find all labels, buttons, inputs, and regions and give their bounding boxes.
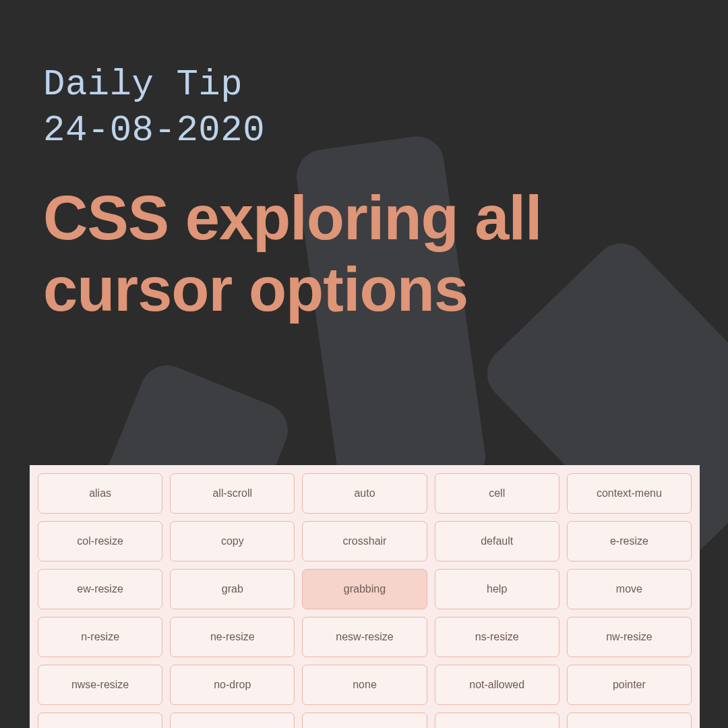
cursor-tile-nwse-resize[interactable]: nwse-resize <box>38 665 162 705</box>
cursor-tile-context-menu[interactable]: context-menu <box>567 473 692 514</box>
cursor-tile-label: alias <box>89 487 111 499</box>
cursor-tile-alias[interactable]: alias <box>38 473 162 514</box>
cursor-tile-copy[interactable]: copy <box>170 521 295 562</box>
cursor-tile-help[interactable]: help <box>435 569 559 609</box>
cursor-grid-panel: aliasall-scrollautocellcontext-menucol-r… <box>30 465 700 728</box>
cursor-tile-label: context-menu <box>597 487 662 499</box>
cursor-tile-row-resize[interactable]: row-resize <box>170 712 295 728</box>
cursor-tile-label: grab <box>222 583 243 595</box>
cursor-tile-label: all-scroll <box>212 487 252 499</box>
kicker: Daily Tip 24-08-2020 <box>43 62 685 153</box>
cursor-tile-label: nw-resize <box>606 631 652 643</box>
cursor-tile-ne-resize[interactable]: ne-resize <box>170 617 295 657</box>
cursor-tile-label: not-allowed <box>469 679 524 691</box>
cursor-tile-default[interactable]: default <box>435 521 559 562</box>
cursor-tile-label: no-drop <box>214 679 251 691</box>
kicker-line2: 24-08-2020 <box>43 110 265 151</box>
cursor-tile-label: col-resize <box>77 535 123 547</box>
cursor-tile-not-allowed[interactable]: not-allowed <box>435 665 559 705</box>
cursor-tile-label: copy <box>221 535 244 547</box>
cursor-tile-label: ns-resize <box>475 631 519 643</box>
cursor-tile-ns-resize[interactable]: ns-resize <box>435 617 559 657</box>
cursor-tile-label: nwse-resize <box>71 679 129 691</box>
cursor-tile-label: n-resize <box>81 631 119 643</box>
cursor-tile-move[interactable]: move <box>567 569 692 609</box>
cursor-tile-label: move <box>616 583 642 595</box>
cursor-tile-label: pointer <box>613 679 646 691</box>
cursor-tile-nesw-resize[interactable]: nesw-resize <box>302 617 427 657</box>
cursor-tile-label: e-resize <box>610 535 648 547</box>
cursor-tile-crosshair[interactable]: crosshair <box>302 521 427 562</box>
cursor-tile-label: ne-resize <box>210 631 255 643</box>
cursor-tile-label: none <box>353 679 377 691</box>
kicker-line1: Daily Tip <box>43 64 243 105</box>
cursor-tile-no-drop[interactable]: no-drop <box>170 665 295 705</box>
cursor-tile-label: ew-resize <box>77 583 123 595</box>
cursor-tile-label: default <box>481 535 513 547</box>
cursor-tile-none[interactable]: none <box>302 665 427 705</box>
cursor-tile-se-resize[interactable]: se-resize <box>435 712 559 728</box>
cursor-tile-e-resize[interactable]: e-resize <box>567 521 692 562</box>
cursor-tile-label: nesw-resize <box>336 631 393 643</box>
cursor-tile-label: help <box>487 583 507 595</box>
cursor-tile-pointer[interactable]: pointer <box>567 665 692 705</box>
cursor-tile-label: crosshair <box>343 535 387 547</box>
cursor-tile-label: auto <box>354 487 375 499</box>
cursor-tile-col-resize[interactable]: col-resize <box>38 521 162 562</box>
cursor-tile-ew-resize[interactable]: ew-resize <box>38 569 162 609</box>
cursor-tile-nw-resize[interactable]: nw-resize <box>567 617 692 657</box>
cursor-tile-label: cell <box>489 487 505 499</box>
cursor-tile-progress[interactable]: progress <box>38 712 162 728</box>
page-title: CSS exploring all cursor options <box>43 183 685 326</box>
cursor-tile-cell[interactable]: cell <box>435 473 559 514</box>
cursor-grid: aliasall-scrollautocellcontext-menucol-r… <box>38 473 692 728</box>
cursor-tile-grab[interactable]: grab <box>170 569 295 609</box>
cursor-tile-auto[interactable]: auto <box>302 473 427 514</box>
cursor-tile-n-resize[interactable]: n-resize <box>38 617 162 657</box>
cursor-tile-sw-resize[interactable]: sw-resize <box>567 712 692 728</box>
cursor-tile-grabbing[interactable]: grabbing <box>302 569 427 609</box>
cursor-tile-label: grabbing <box>344 583 386 595</box>
cursor-tile-s-resize[interactable]: s-resize <box>302 712 427 728</box>
cursor-tile-all-scroll[interactable]: all-scroll <box>170 473 295 514</box>
